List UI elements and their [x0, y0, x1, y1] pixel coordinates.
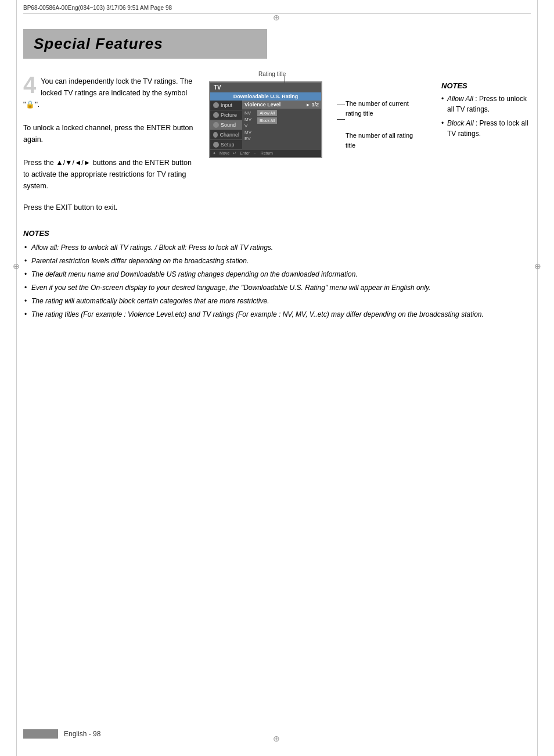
inline-notes: NOTES Allow All : Press to unlock all TV…: [441, 81, 534, 212]
tv-menu-title: Downloadable U.S. Rating: [233, 94, 298, 99]
bottom-note-3: The default menu name and Downloadable U…: [23, 269, 531, 280]
tv-middle: NV MV V MV EV Allow All Block All: [242, 109, 321, 143]
step-left: 4 You can independently lock the TV rati…: [23, 76, 197, 212]
bottom-note-2-text: Parental restriction levels differ depen…: [31, 257, 249, 265]
page-title: Special Features: [34, 35, 257, 53]
picture-icon: [213, 112, 219, 118]
inline-notes-title: NOTES: [441, 81, 534, 90]
bottom-notes: NOTES Allow all: Press to unlock all TV …: [23, 229, 531, 320]
sidebar-sound: Sound: [210, 120, 242, 130]
rating-ev: EV: [244, 135, 251, 142]
side-annotations: The number of current rating title The n…: [346, 99, 421, 150]
tv-rating-items: NV MV V MV EV: [242, 109, 254, 143]
inline-note-1: Allow All : Press to unlock all TV ratin…: [441, 94, 534, 114]
rating-title-label: Rating title: [258, 71, 286, 77]
footer-move-icon: ✦: [213, 151, 216, 156]
footer-page-num: English - 98: [64, 730, 100, 738]
sidebar-picture: Picture: [210, 110, 242, 120]
bottom-note-1: Allow all: Press to unlock all TV rating…: [23, 242, 531, 253]
bottom-note-5-text: The rating will automatically block cert…: [31, 297, 269, 305]
footer-enter-label: Enter: [240, 151, 250, 156]
sound-icon: [213, 122, 219, 128]
rating-mv: MV: [244, 116, 251, 123]
bottom-notes-title: NOTES: [23, 229, 531, 238]
tv-footer: ✦ Move ↵ Enter ← Return: [210, 150, 321, 157]
bottom-note-2: Parental restriction levels differ depen…: [23, 256, 531, 266]
crosshair-top: [273, 13, 280, 22]
footer-return-icon: ←: [253, 151, 257, 156]
all-rating-text: The number of all rating title: [346, 132, 413, 149]
tv-inner-label: Violence Level: [244, 102, 280, 108]
allow-all-button[interactable]: Allow All: [257, 110, 277, 116]
tv-screen: TV Downloadable U.S. Rating Input: [209, 81, 322, 158]
left-border: [16, 0, 17, 756]
bottom-note-4-text: Even if you set the On-screen display to…: [31, 284, 430, 292]
bottom-note-6: The rating titles (For example : Violenc…: [23, 309, 531, 320]
sidebar-input: Input: [210, 101, 242, 110]
crosshair-left: [13, 261, 20, 271]
footer-move-label: Move: [220, 151, 229, 156]
inline-note-1-text: Allow All : Press to unlock all TV ratin…: [447, 95, 527, 113]
bottom-note-1-text: Allow all: Press to unlock all TV rating…: [31, 243, 273, 252]
inline-note-2-text: Block All : Press to lock all TV ratings…: [447, 119, 528, 138]
tv-inner-header: Violence Level ► 1/2: [242, 101, 321, 109]
annot-line-1: [337, 105, 345, 105]
rating-title-line: [285, 76, 285, 83]
press-exit: Press the EXIT button to exit.: [23, 203, 197, 212]
bottom-note-4: Even if you set the On-screen display to…: [23, 282, 531, 293]
tv-buttons: Allow All Block All: [255, 109, 279, 143]
footer-gray-bar: [23, 729, 58, 739]
step4-section: 4 You can independently lock the TV rati…: [23, 76, 531, 212]
sidebar-channel: Channel: [210, 130, 242, 140]
step-para3: Press the ▲/▼/◄/► buttons and the ENTER …: [23, 159, 192, 190]
bottom-note-6-text: The rating titles (For example : Violenc…: [31, 310, 484, 318]
current-rating-text: The number of current rating title: [346, 100, 409, 117]
bottom-notes-list: Allow all: Press to unlock all TV rating…: [23, 242, 531, 320]
page-footer: English - 98: [23, 729, 531, 739]
footer-return-label: Return: [261, 151, 273, 156]
tv-brand: TV: [214, 84, 221, 91]
sidebar-picture-label: Picture: [221, 112, 237, 118]
step-para1: You can independently lock the TV rating…: [23, 77, 192, 109]
input-icon: [213, 102, 219, 108]
step-number: 4: [23, 73, 36, 96]
bottom-note-3-text: The default menu name and Downloadable U…: [31, 270, 358, 278]
crosshair-right: [534, 261, 541, 271]
step-para2: To unlock a locked channel, press the EN…: [23, 124, 193, 144]
rating-mv2: MV: [244, 129, 251, 135]
sidebar-input-label: Input: [221, 102, 232, 108]
main-content: 4 You can independently lock the TV rati…: [23, 76, 531, 323]
current-rating-annot: The number of current rating title: [346, 99, 421, 118]
tv-menu-row: Input Picture Sound Channel: [210, 101, 321, 150]
sidebar-sound-label: Sound: [221, 122, 236, 128]
footer-enter-icon: ↵: [233, 151, 236, 156]
header-text: BP68-00586A-00Eng(084~103) 3/17/06 9:51 …: [23, 5, 172, 11]
inline-notes-list: Allow All : Press to unlock all TV ratin…: [441, 94, 534, 139]
tv-ui-container: Rating title TV Downloadable U.S. Rating: [209, 81, 337, 212]
tv-sidebar: Input Picture Sound Channel: [210, 101, 242, 150]
rating-nv: NV: [244, 110, 251, 116]
tv-title-bar: TV: [210, 83, 321, 92]
bottom-note-5: The rating will automatically block cert…: [23, 296, 531, 306]
all-rating-annot: The number of all rating title: [346, 131, 421, 150]
sidebar-setup: Setup: [210, 140, 242, 150]
block-all-button[interactable]: Block All: [257, 117, 277, 124]
step-text: 4 You can independently lock the TV rati…: [23, 76, 197, 192]
setup-icon: [213, 142, 219, 148]
right-border: [537, 0, 538, 756]
tv-rating-bar: Downloadable U.S. Rating: [210, 92, 321, 101]
channel-icon: [213, 132, 218, 138]
annot-line-2: [337, 119, 345, 120]
title-banner: Special Features: [23, 29, 267, 59]
sidebar-channel-label: Channel: [220, 132, 239, 138]
tv-main-panel: Violence Level ► 1/2 NV MV V MV: [242, 101, 321, 150]
inline-note-2: Block All : Press to lock all TV ratings…: [441, 118, 534, 139]
rating-v: V: [244, 123, 251, 129]
sidebar-setup-label: Setup: [221, 142, 235, 148]
tv-rating-num: 1/2: [311, 102, 319, 108]
